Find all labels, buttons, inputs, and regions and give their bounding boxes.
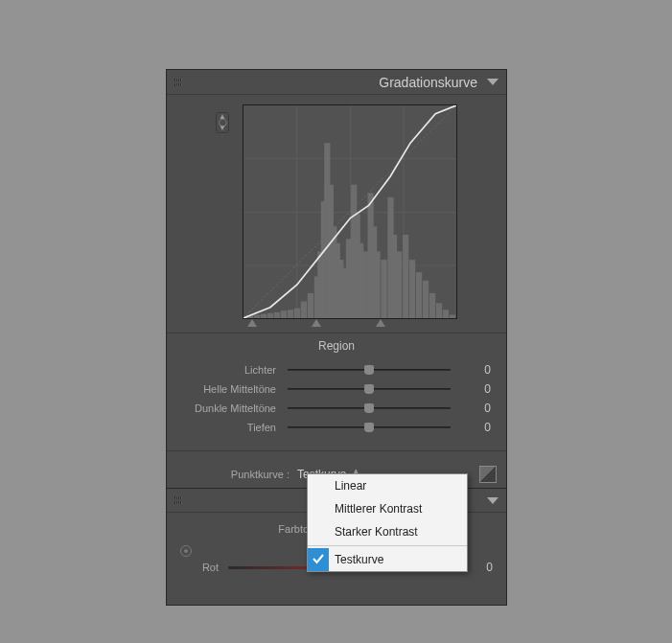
- disclosure-triangle-icon[interactable]: [487, 497, 498, 504]
- svg-rect-43: [436, 303, 442, 318]
- curve-area: ▲◯▼: [167, 95, 506, 333]
- hsl-row-label: Rot: [180, 562, 228, 573]
- svg-rect-41: [423, 281, 429, 318]
- svg-rect-44: [443, 310, 449, 318]
- slider-thumb-icon[interactable]: [364, 403, 374, 413]
- svg-rect-38: [403, 235, 408, 318]
- region-split-markers[interactable]: [209, 319, 424, 327]
- svg-rect-8: [254, 315, 260, 318]
- slider-row: Lichter 0: [182, 360, 491, 379]
- svg-rect-42: [429, 293, 435, 318]
- panel-header: Gradationskurve: [167, 70, 506, 95]
- panel-grip-icon: [174, 495, 182, 505]
- dropdown-item-starker-kontrast[interactable]: Starker Kontrast: [308, 520, 467, 543]
- slider-thumb-icon[interactable]: [364, 365, 374, 375]
- slider-label: Dunkle Mitteltöne: [182, 402, 288, 414]
- svg-rect-39: [409, 260, 415, 318]
- disclosure-triangle-icon[interactable]: [487, 79, 498, 85]
- histogram: [247, 143, 455, 318]
- targeted-adjustment-tool[interactable]: ▲◯▼: [216, 112, 229, 133]
- split-marker-icon[interactable]: [312, 319, 321, 327]
- panel-grip-icon: [174, 78, 182, 87]
- dropdown-item-testkurve[interactable]: Testkurve: [308, 548, 467, 571]
- svg-rect-10: [267, 313, 273, 318]
- svg-rect-33: [374, 251, 380, 318]
- dropdown-separator: [308, 545, 467, 546]
- separator: [167, 450, 506, 451]
- svg-rect-40: [416, 272, 422, 318]
- dropdown-item-mittlerer-kontrast[interactable]: Mittlerer Kontrast: [308, 497, 467, 520]
- slider-row: Dunkle Mitteltöne 0: [182, 399, 491, 418]
- region-sliders: Region Lichter 0Helle Mitteltöne 0Dunkle…: [167, 333, 506, 450]
- slider-label: Tiefen: [182, 422, 288, 433]
- slider-thumb-icon[interactable]: [364, 423, 374, 432]
- svg-rect-12: [281, 310, 287, 318]
- dropdown-item-linear[interactable]: Linear: [308, 474, 467, 497]
- slider-value: 0: [451, 402, 491, 415]
- svg-rect-9: [261, 314, 266, 318]
- svg-rect-13: [288, 310, 293, 318]
- slider-value: 0: [451, 382, 491, 396]
- slider-label: Helle Mitteltöne: [182, 383, 288, 395]
- region-slider[interactable]: [288, 422, 451, 433]
- panel-title: Gradationskurve: [379, 75, 477, 90]
- region-slider[interactable]: [288, 383, 451, 395]
- point-curve-dropdown[interactable]: Linear Mittlerer Kontrast Starker Kontra…: [307, 473, 468, 572]
- targeted-adjustment-tool[interactable]: [180, 545, 192, 557]
- checkmark-icon: [312, 552, 325, 565]
- svg-rect-16: [308, 293, 313, 318]
- region-slider[interactable]: [288, 364, 451, 376]
- region-slider[interactable]: [288, 402, 451, 414]
- slider-value: 0: [451, 363, 491, 377]
- svg-rect-45: [450, 315, 455, 318]
- slider-thumb-icon[interactable]: [364, 384, 374, 394]
- svg-rect-34: [381, 260, 386, 318]
- slider-value: 0: [451, 421, 491, 434]
- slider-row: Helle Mitteltöne 0: [182, 379, 491, 399]
- svg-rect-15: [301, 302, 307, 318]
- split-marker-icon[interactable]: [247, 319, 257, 327]
- slider-label: Lichter: [182, 364, 288, 376]
- split-marker-icon[interactable]: [376, 319, 385, 327]
- point-curve-label: Punktkurve :: [167, 469, 297, 480]
- svg-rect-37: [396, 251, 402, 318]
- region-title: Region: [182, 339, 491, 353]
- slider-row: Tiefen 0: [182, 418, 491, 437]
- tone-curve-graph[interactable]: [243, 104, 457, 319]
- svg-rect-11: [274, 312, 280, 318]
- svg-rect-14: [294, 309, 300, 318]
- curve-edit-toggle-button[interactable]: [479, 466, 497, 483]
